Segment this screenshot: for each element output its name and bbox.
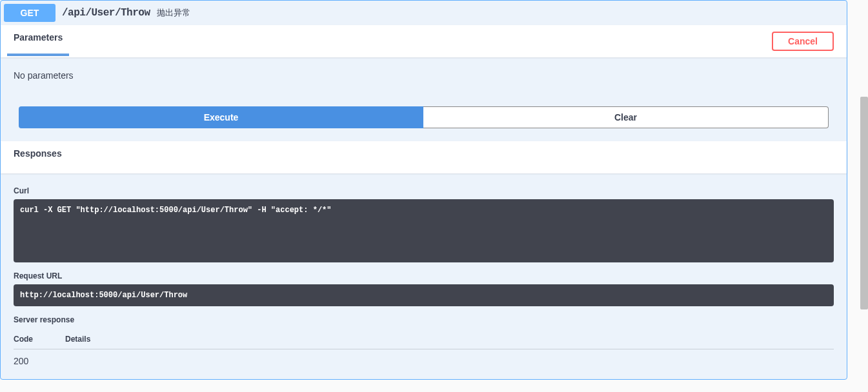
curl-command-box[interactable]: curl -X GET "http://localhost:5000/api/U…: [14, 199, 834, 262]
tab-parameters-label: Parameters: [14, 32, 63, 43]
response-table-header: Code Details: [14, 328, 834, 349]
responses-header: Responses: [1, 141, 847, 173]
endpoint-path: /api/User/Throw: [56, 7, 157, 19]
curl-label: Curl: [14, 186, 834, 195]
clear-button[interactable]: Clear: [423, 106, 829, 128]
responses-title: Responses: [14, 148, 62, 166]
execute-button[interactable]: Execute: [19, 106, 423, 128]
th-code: Code: [14, 335, 65, 344]
tab-parameters[interactable]: Parameters: [14, 32, 63, 50]
response-status-code: 200: [14, 349, 834, 366]
parameters-header: Parameters Cancel: [1, 25, 847, 57]
request-url-label: Request URL: [14, 271, 834, 280]
server-response-label: Server response: [14, 315, 834, 324]
endpoint-description: 抛出异常: [157, 7, 190, 19]
operation-summary[interactable]: GET /api/User/Throw 抛出异常: [1, 1, 847, 25]
scrollbar-thumb[interactable]: [860, 97, 868, 309]
cancel-button[interactable]: Cancel: [772, 32, 834, 51]
request-url-box[interactable]: http://localhost:5000/api/User/Throw: [14, 284, 834, 306]
http-method-badge: GET: [4, 4, 56, 22]
th-details: Details: [65, 335, 90, 344]
no-parameters-text: No parameters: [14, 70, 834, 81]
